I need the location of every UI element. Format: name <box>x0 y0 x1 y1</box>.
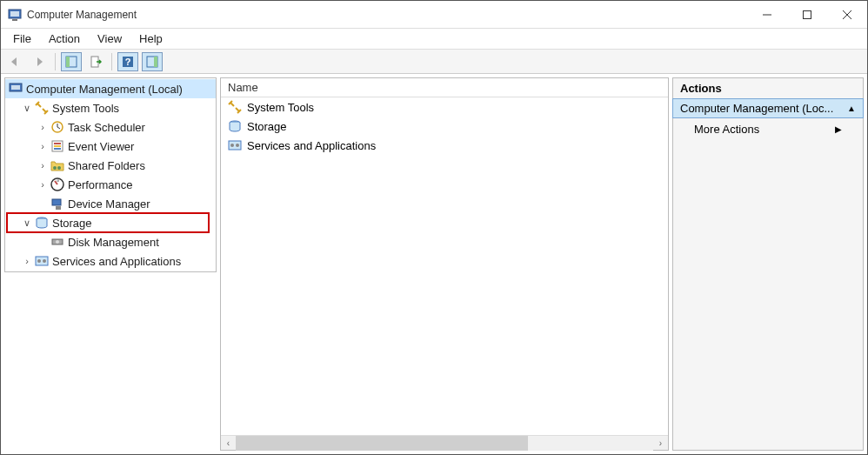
svg-point-31 <box>37 259 41 263</box>
scroll-left-icon[interactable]: ‹ <box>221 436 236 451</box>
shared-folders-icon <box>50 158 64 172</box>
list-item-label: Services and Applications <box>247 139 376 152</box>
actions-pane: Actions Computer Management (Loc... ▲ Mo… <box>672 77 864 451</box>
column-header-name[interactable]: Name <box>221 78 668 97</box>
computer-icon <box>9 82 23 96</box>
list-item-label: Storage <box>247 120 287 133</box>
collapse-icon[interactable]: ∨ <box>21 103 33 114</box>
services-apps-icon <box>228 138 242 152</box>
svg-rect-20 <box>54 148 61 150</box>
tree-item-storage[interactable]: ∨ Storage <box>5 213 216 232</box>
tree-item-shared-folders[interactable]: › Shared Folders <box>5 156 216 175</box>
svg-rect-18 <box>54 143 61 144</box>
maximize-button[interactable] <box>787 2 827 28</box>
collapse-triangle-icon: ▲ <box>847 104 856 113</box>
list-item-storage[interactable]: Storage <box>221 117 668 136</box>
device-manager-icon <box>50 197 64 211</box>
svg-rect-4 <box>804 10 811 18</box>
tree-item-services-apps[interactable]: › Services and Applications <box>5 251 216 271</box>
list-item-system-tools[interactable]: System Tools <box>221 97 668 117</box>
collapse-icon[interactable]: ∨ <box>21 217 33 229</box>
services-apps-icon <box>35 254 49 268</box>
horizontal-scrollbar[interactable]: ‹ › <box>221 435 668 450</box>
titlebar: Computer Management <box>1 1 867 29</box>
tree-label: Shared Folders <box>68 159 145 172</box>
menubar: File Action View Help <box>1 29 867 50</box>
list-body[interactable]: System Tools Storage Services and Applic… <box>221 97 668 435</box>
actions-item-label: More Actions <box>694 123 759 136</box>
storage-icon <box>228 119 242 133</box>
computer-management-window: Computer Management File Action View Hel… <box>0 0 868 455</box>
svg-rect-1 <box>10 11 19 17</box>
svg-point-29 <box>56 240 59 244</box>
scroll-right-icon[interactable]: › <box>653 436 668 451</box>
help-button[interactable]: ? <box>117 52 138 71</box>
tree-item-performance[interactable]: › ⊘ Performance <box>5 175 216 194</box>
show-hide-action-pane-button[interactable] <box>142 52 163 71</box>
tree-item-system-tools[interactable]: ∨ System Tools <box>5 98 216 117</box>
performance-icon: ⊘ <box>50 177 64 191</box>
actions-item-more[interactable]: More Actions ▶ <box>673 117 863 141</box>
storage-icon <box>35 216 49 230</box>
tree-item-disk-management[interactable]: Disk Management <box>5 232 216 251</box>
svg-text:⊘: ⊘ <box>57 178 59 183</box>
tree-label: Storage <box>52 217 92 230</box>
svg-rect-2 <box>12 19 17 21</box>
tree-item-root[interactable]: Computer Management (Local) <box>5 79 216 98</box>
tree-item-event-viewer[interactable]: › Event Viewer <box>5 137 216 156</box>
expand-icon[interactable]: › <box>37 122 49 132</box>
tools-icon <box>35 101 49 115</box>
tree-item-task-scheduler[interactable]: › Task Scheduler <box>5 117 216 137</box>
tree-item-device-manager[interactable]: Device Manager <box>5 194 216 213</box>
scroll-track[interactable] <box>236 436 653 451</box>
svg-text:?: ? <box>125 57 131 67</box>
expand-icon[interactable]: › <box>37 179 49 190</box>
menu-view[interactable]: View <box>89 30 130 47</box>
svg-point-22 <box>57 166 61 170</box>
tree-label: Event Viewer <box>68 140 134 153</box>
svg-rect-15 <box>11 85 20 90</box>
toolbar: ? <box>1 50 867 74</box>
show-hide-tree-button[interactable] <box>61 52 82 71</box>
tree-label: Task Scheduler <box>68 121 145 134</box>
tree-label: Services and Applications <box>52 255 181 268</box>
tools-icon <box>228 100 242 114</box>
scroll-thumb[interactable] <box>236 436 528 451</box>
list-item-label: System Tools <box>247 101 314 114</box>
svg-rect-19 <box>54 145 61 147</box>
svg-rect-25 <box>52 199 61 205</box>
list-item-services-apps[interactable]: Services and Applications <box>221 136 668 155</box>
window-title: Computer Management <box>27 9 747 21</box>
tree-label: Disk Management <box>68 236 159 249</box>
menu-file[interactable]: File <box>4 30 40 47</box>
app-icon <box>8 8 22 22</box>
svg-point-36 <box>236 144 239 147</box>
tree-label: System Tools <box>52 102 119 115</box>
actions-section-label: Computer Management (Loc... <box>680 102 833 115</box>
expand-icon[interactable]: › <box>37 160 49 171</box>
svg-rect-26 <box>56 206 61 210</box>
back-button[interactable] <box>4 52 25 71</box>
content-area: Computer Management (Local) ∨ System Too… <box>1 74 867 454</box>
expand-icon[interactable]: › <box>21 256 33 266</box>
export-list-button[interactable] <box>85 52 106 71</box>
minimize-button[interactable] <box>747 2 787 28</box>
svg-point-35 <box>230 144 234 147</box>
actions-section-header[interactable]: Computer Management (Loc... ▲ <box>672 98 864 118</box>
svg-rect-13 <box>154 57 157 67</box>
result-pane: Name System Tools Storage Services and A… <box>220 77 669 451</box>
console-tree[interactable]: Computer Management (Local) ∨ System Too… <box>4 77 217 272</box>
event-viewer-icon <box>50 139 64 153</box>
svg-point-21 <box>53 166 57 170</box>
forward-button[interactable] <box>29 52 50 71</box>
tree-label: Computer Management (Local) <box>26 83 183 96</box>
menu-help[interactable]: Help <box>130 30 171 47</box>
svg-rect-8 <box>66 57 70 67</box>
actions-pane-title: Actions <box>673 78 863 99</box>
close-button[interactable] <box>827 2 867 28</box>
disk-management-icon <box>50 235 64 249</box>
svg-point-32 <box>43 259 46 263</box>
tree-label: Device Manager <box>68 197 150 211</box>
expand-icon[interactable]: › <box>37 141 49 151</box>
menu-action[interactable]: Action <box>40 30 89 47</box>
